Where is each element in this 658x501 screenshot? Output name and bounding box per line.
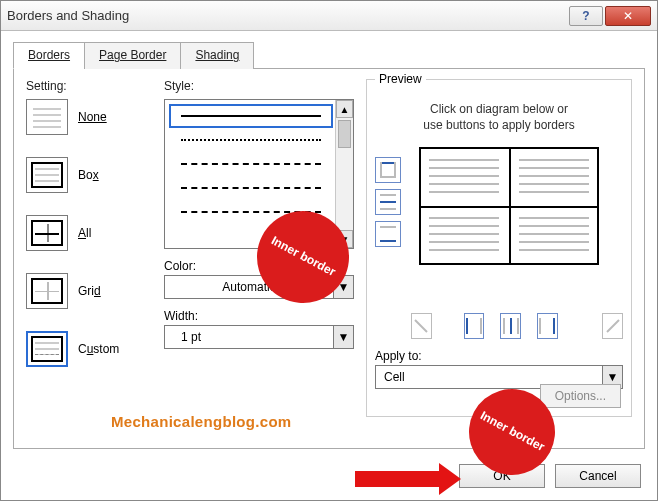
style-scrollbar[interactable]: ▲ ▼ <box>335 100 353 248</box>
setting-heading: Setting: <box>26 79 146 93</box>
color-value: Automatic <box>165 280 333 294</box>
border-inner-h-button[interactable] <box>375 189 401 215</box>
border-bottom-button[interactable] <box>375 221 401 247</box>
width-value: 1 pt <box>165 330 333 344</box>
client-area: Borders Page Border Shading Setting: Non… <box>1 31 657 500</box>
preview-column: Preview Click on diagram below oruse but… <box>366 79 632 417</box>
width-combo[interactable]: 1 pt ▼ <box>164 325 354 349</box>
cancel-button[interactable]: Cancel <box>555 464 641 488</box>
preview-hint: Click on diagram below oruse buttons to … <box>375 102 623 133</box>
style-heading: Style: <box>164 79 354 93</box>
close-button[interactable]: ✕ <box>605 6 651 26</box>
tab-panel: Setting: None Box <box>13 69 645 449</box>
setting-none[interactable]: None <box>26 99 146 135</box>
style-solid[interactable] <box>169 104 333 128</box>
scroll-thumb[interactable] <box>338 120 351 148</box>
tab-borders[interactable]: Borders <box>13 42 85 69</box>
apply-to-value: Cell <box>376 370 602 384</box>
setting-box-icon <box>26 157 68 193</box>
style-dotted[interactable] <box>169 128 333 152</box>
preview-legend: Preview <box>375 72 426 86</box>
color-dropdown-icon[interactable]: ▼ <box>333 276 353 298</box>
window-title: Borders and Shading <box>7 8 567 23</box>
preview-bottom-buttons <box>411 313 623 339</box>
setting-box-label: Box <box>78 168 99 182</box>
scroll-up-icon[interactable]: ▲ <box>336 100 353 118</box>
setting-all-icon <box>26 215 68 251</box>
width-label: Width: <box>164 309 354 323</box>
setting-custom[interactable]: Custom <box>26 331 146 367</box>
setting-none-label: None <box>78 110 107 124</box>
setting-custom-icon <box>26 331 68 367</box>
preview-left-buttons <box>375 157 401 247</box>
apply-to-label: Apply to: <box>375 349 623 363</box>
border-left-button[interactable] <box>464 313 485 339</box>
tab-page-border[interactable]: Page Border <box>84 42 181 69</box>
setting-column: Setting: None Box <box>26 79 146 389</box>
border-inner-v-button[interactable] <box>500 313 521 339</box>
setting-grid[interactable]: Grid <box>26 273 146 309</box>
svg-line-0 <box>415 320 427 332</box>
setting-all-label: All <box>78 226 91 240</box>
border-top-button[interactable] <box>375 157 401 183</box>
titlebar: Borders and Shading ? ✕ <box>1 1 657 31</box>
setting-grid-icon <box>26 273 68 309</box>
ok-button[interactable]: OK <box>459 464 545 488</box>
color-combo[interactable]: Automatic ▼ <box>164 275 354 299</box>
tab-strip: Borders Page Border Shading <box>13 41 645 69</box>
border-diag-up-button[interactable] <box>602 313 623 339</box>
style-dashed-long[interactable] <box>169 176 333 200</box>
preview-fieldset: Preview Click on diagram below oruse but… <box>366 79 632 417</box>
style-column: Style: ▲ ▼ Color: <box>164 79 354 349</box>
border-right-button[interactable] <box>537 313 558 339</box>
borders-shading-dialog: Borders and Shading ? ✕ Borders Page Bor… <box>0 0 658 501</box>
setting-box[interactable]: Box <box>26 157 146 193</box>
color-label: Color: <box>164 259 354 273</box>
preview-diagram[interactable] <box>419 147 599 265</box>
setting-all[interactable]: All <box>26 215 146 251</box>
style-listbox[interactable]: ▲ ▼ <box>164 99 354 249</box>
setting-custom-label: Custom <box>78 342 119 356</box>
help-icon: ? <box>582 9 589 23</box>
setting-none-icon <box>26 99 68 135</box>
help-button[interactable]: ? <box>569 6 603 26</box>
border-diag-down-button[interactable] <box>411 313 432 339</box>
style-dash-dot[interactable] <box>169 200 333 224</box>
width-dropdown-icon[interactable]: ▼ <box>333 326 353 348</box>
tab-shading[interactable]: Shading <box>180 42 254 69</box>
style-dashed-short[interactable] <box>169 152 333 176</box>
preview-area <box>375 143 623 293</box>
setting-grid-label: Grid <box>78 284 101 298</box>
svg-line-1 <box>607 320 619 332</box>
options-button: Options... <box>540 384 621 408</box>
close-icon: ✕ <box>623 9 633 23</box>
scroll-down-icon[interactable]: ▼ <box>336 230 353 248</box>
dialog-buttons: OK Cancel <box>459 464 641 488</box>
